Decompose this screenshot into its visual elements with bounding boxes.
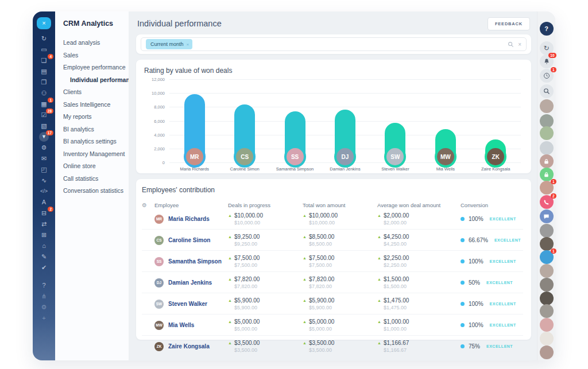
pencil-icon[interactable]: ✎ <box>33 251 55 262</box>
code-icon[interactable]: </> <box>33 186 55 197</box>
contact-avatar[interactable] <box>540 332 554 345</box>
search-icon[interactable] <box>540 84 554 98</box>
filter-input[interactable]: Current month × × <box>141 37 527 51</box>
employee-name-link[interactable]: Samantha Simpson <box>168 258 222 265</box>
sidebar-item-call-statistics[interactable]: Call statistics <box>55 173 129 185</box>
calendar-icon[interactable]: ▦1 <box>33 99 55 110</box>
chart-avatar[interactable]: CS <box>234 146 256 168</box>
contact-avatar[interactable] <box>540 224 554 238</box>
contact-avatar[interactable] <box>540 345 554 359</box>
money-cell: ▲$7,500.00$7,500.00 <box>303 255 377 268</box>
team-icon[interactable]: ⚇ <box>33 88 55 99</box>
document-icon[interactable]: ❐ <box>33 77 55 88</box>
chip-close-icon[interactable]: × <box>187 42 189 47</box>
sidebar-item-bi-analytics-settings[interactable]: BI analytics settings <box>55 135 129 148</box>
contact-avatar[interactable] <box>540 304 554 318</box>
shield-icon[interactable]: ✔ <box>33 262 55 273</box>
chart-title: Rating by value of won deals <box>144 67 523 75</box>
main-area: Individual performance FEEDBACK Current … <box>129 11 537 360</box>
monitor-icon[interactable]: ▭ <box>33 44 55 55</box>
tasks-icon[interactable]: ☑28 <box>33 110 55 121</box>
printer-icon: ⊟ <box>41 210 47 216</box>
employee-name-link[interactable]: Damian Jenkins <box>168 279 212 286</box>
news-icon[interactable]: ▧ <box>33 121 55 131</box>
sidebar-item-conversation-statistics[interactable]: Conversation statistics <box>55 185 129 197</box>
contact-avatar[interactable]: 1 <box>540 250 554 264</box>
share-icon[interactable]: ⋔ <box>33 291 55 302</box>
current-value: ▲$8,500.00 <box>303 234 377 240</box>
conversion-cell: 100%EXCELLENT <box>461 301 523 307</box>
store-icon[interactable]: ⌂ <box>33 240 55 251</box>
chart-avatar[interactable]: SW <box>384 146 406 168</box>
help-icon[interactable]: ? <box>33 280 55 291</box>
bar-column: SS <box>270 79 320 162</box>
employee-name-link[interactable]: Zaire Kongsala <box>168 343 210 349</box>
employee-name-link[interactable]: Maria Richards <box>168 216 210 222</box>
automation-icon[interactable]: ⚙ <box>33 142 55 153</box>
chart-avatar[interactable]: MW <box>435 146 457 168</box>
money-cell: ▲$8,500.00$8,500.00 <box>303 234 377 247</box>
trend-up-icon: ▲ <box>228 341 232 345</box>
contact-avatar[interactable] <box>540 126 554 140</box>
card-icon[interactable]: ▤ <box>33 66 55 77</box>
funnel-icon[interactable]: ▼17 <box>33 131 55 142</box>
swap-icon[interactable]: ⇄ <box>33 219 55 230</box>
close-button[interactable]: × <box>37 17 51 29</box>
notifications-bell-icon[interactable]: 10 <box>540 55 554 68</box>
sidebar-item-bi-analytics[interactable]: BI analytics <box>55 123 129 136</box>
chat-icon[interactable]: ❏4 <box>33 55 55 66</box>
x-axis-label: Maria Richards <box>169 166 219 172</box>
printer-icon[interactable]: ⊟2 <box>33 208 55 219</box>
sidebar-item-inventory-management[interactable]: Inventory Management <box>55 148 129 161</box>
clear-filter-icon[interactable]: × <box>518 41 521 48</box>
chart-avatar[interactable]: ZK <box>485 146 506 168</box>
chat-channel-icon[interactable] <box>540 209 554 223</box>
y-axis-tick-label: 12,000 <box>152 77 165 82</box>
filter-chip[interactable]: Current month × <box>146 39 192 49</box>
contact-avatar[interactable] <box>540 141 554 155</box>
sidebar-item-employee-performance[interactable]: Employee performance <box>55 61 129 74</box>
money-cell: ▲$5,900.00$5,900.00 <box>228 297 303 310</box>
employee-name-link[interactable]: Steven Walker <box>168 301 207 307</box>
gear-icon[interactable]: ⚙ <box>142 202 154 208</box>
phone-channel-icon[interactable]: 2 <box>540 195 554 209</box>
locked-channel-icon[interactable] <box>540 154 554 168</box>
bar-column: ZK <box>471 79 521 162</box>
rating-badge: EXCELLENT <box>486 344 513 348</box>
sidebar-item-my-reports[interactable]: My reports <box>55 111 129 123</box>
search-icon[interactable] <box>508 41 514 48</box>
sidebar-item-individual-performance[interactable]: Individual performance <box>55 74 129 87</box>
history-clock-icon[interactable]: 1 <box>540 69 554 83</box>
sidebar-item-clients[interactable]: Clients <box>55 86 129 99</box>
previous-value: $7,820.00 <box>309 283 377 289</box>
table-row: MWMia Wells▲$5,000.00$5,000.00▲$5,000.00… <box>142 314 523 335</box>
money-cell: ▲$2,000.00$2,000.00 <box>377 212 461 226</box>
products-icon[interactable]: ◰ <box>33 164 55 175</box>
help-button[interactable]: ? <box>540 22 554 36</box>
analytics-icon[interactable]: ∿ <box>33 175 55 186</box>
cart-icon[interactable]: ⊞ <box>33 230 55 240</box>
contact-avatar[interactable]: 1 <box>540 181 554 195</box>
employee-name-link[interactable]: Caroline Simon <box>168 237 210 243</box>
feedback-button[interactable]: FEEDBACK <box>488 17 530 30</box>
sidebar-item-sales[interactable]: Sales <box>55 49 129 62</box>
chart-avatar[interactable]: SS <box>284 146 306 168</box>
sidebar-item-lead-analysis[interactable]: Lead analysis <box>55 37 129 49</box>
sidebar-item-sales-intelligence[interactable]: Sales Intelligence <box>55 99 129 111</box>
ai-icon[interactable]: A <box>33 197 55 208</box>
plus-icon[interactable]: + <box>33 313 55 324</box>
compass-icon[interactable]: ↻ <box>33 33 55 44</box>
chart-avatar[interactable]: MR <box>184 146 206 168</box>
contact-avatar[interactable] <box>540 292 554 305</box>
contact-avatar[interactable] <box>540 99 554 113</box>
chart-avatar[interactable]: DJ <box>334 146 356 168</box>
mail-icon[interactable]: ✉ <box>33 153 55 164</box>
sidebar-item-online-store[interactable]: Online store <box>55 160 129 173</box>
contact-avatar[interactable] <box>540 318 554 332</box>
trend-up-icon: ▲ <box>228 277 232 281</box>
previous-value: $1,166.67 <box>384 347 461 353</box>
settings-icon[interactable]: ⚙ <box>33 302 55 313</box>
contact-avatar[interactable] <box>540 264 554 278</box>
contact-avatar[interactable] <box>540 278 554 292</box>
employee-name-link[interactable]: Mia Wells <box>168 322 194 328</box>
